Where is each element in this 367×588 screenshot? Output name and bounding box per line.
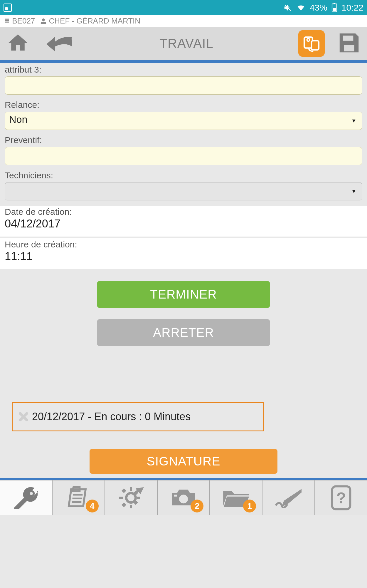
- relance-select[interactable]: Non: [5, 112, 362, 130]
- action-buttons: TERMINER ARRETER: [5, 281, 362, 346]
- creation-time-label: Heure de création:: [5, 239, 362, 249]
- divider: [0, 60, 367, 63]
- devices-button[interactable]: [298, 30, 325, 57]
- tab-clipboard[interactable]: 4: [53, 480, 105, 515]
- svg-rect-1: [334, 3, 335, 4]
- android-status-bar: 43% 10:22: [0, 0, 367, 15]
- tab-help[interactable]: ?: [315, 480, 367, 515]
- techniciens-label: Techniciens:: [5, 170, 362, 180]
- svg-point-7: [29, 491, 34, 496]
- signature-button[interactable]: SIGNATURE: [90, 449, 277, 474]
- badge-camera: 2: [191, 500, 203, 512]
- preventif-input[interactable]: [5, 147, 362, 165]
- user-badge: CHEF - GÉRARD MARTIN: [40, 16, 140, 26]
- form: attribut 3: Relance: Non Preventif: Tech…: [0, 63, 367, 474]
- mute-icon: [283, 3, 292, 12]
- relance-label: Relance:: [5, 100, 362, 110]
- status-entry[interactable]: 20/12/2017 - En cours : 0 Minutes: [12, 402, 264, 431]
- attribut3-input[interactable]: [5, 76, 362, 95]
- back-button[interactable]: [45, 33, 75, 54]
- divider: [0, 478, 367, 480]
- field-attribut3: attribut 3:: [5, 65, 362, 95]
- battery-icon: [331, 3, 337, 12]
- vehicle-badge: BE027: [4, 16, 35, 26]
- field-relance: Relance: Non: [5, 100, 362, 130]
- svg-text:?: ?: [336, 489, 346, 506]
- app-bar: TRAVAIL: [0, 27, 367, 60]
- preventif-label: Preventif:: [5, 135, 362, 145]
- stop-button[interactable]: ARRETER: [97, 319, 270, 346]
- user-bar: BE027 CHEF - GÉRARD MARTIN: [0, 15, 367, 27]
- save-button[interactable]: [336, 30, 362, 57]
- badge-clipboard: 4: [86, 500, 99, 512]
- svg-point-8: [179, 495, 188, 503]
- field-creation-time: Heure de création: 11:11: [0, 238, 367, 269]
- attribut3-label: attribut 3:: [5, 65, 362, 75]
- tab-work[interactable]: [0, 480, 53, 515]
- badge-folder: 1: [243, 500, 256, 512]
- field-techniciens: Techniciens:: [5, 170, 362, 200]
- home-button[interactable]: [5, 31, 31, 56]
- svg-rect-5: [312, 41, 319, 50]
- techniciens-select[interactable]: [5, 182, 362, 200]
- field-creation-date: Date de création: 04/12/2017: [0, 206, 367, 237]
- terminate-button[interactable]: TERMINER: [97, 281, 270, 308]
- tab-gear-out[interactable]: [105, 480, 158, 515]
- page-title: TRAVAIL: [75, 36, 298, 51]
- tab-bar: 4 2 1 ?: [0, 480, 367, 515]
- svg-point-4: [307, 38, 310, 41]
- tab-sign[interactable]: [262, 480, 315, 515]
- svg-rect-6: [349, 36, 352, 40]
- svg-rect-9: [174, 495, 177, 496]
- clock: 10:22: [341, 3, 363, 13]
- status-entry-text: 20/12/2017 - En cours : 0 Minutes: [32, 411, 191, 423]
- battery-percent: 43%: [310, 3, 327, 13]
- creation-date-value: 04/12/2017: [5, 217, 362, 230]
- tab-folder[interactable]: 1: [210, 480, 262, 515]
- field-preventif: Preventif:: [5, 135, 362, 165]
- gallery-icon: [4, 4, 12, 12]
- creation-time-value: 11:11: [5, 250, 362, 263]
- tab-camera[interactable]: 2: [158, 480, 210, 515]
- close-icon[interactable]: [17, 410, 30, 423]
- creation-date-label: Date de création:: [5, 207, 362, 217]
- svg-rect-2: [333, 8, 336, 11]
- wifi-icon: [296, 3, 306, 12]
